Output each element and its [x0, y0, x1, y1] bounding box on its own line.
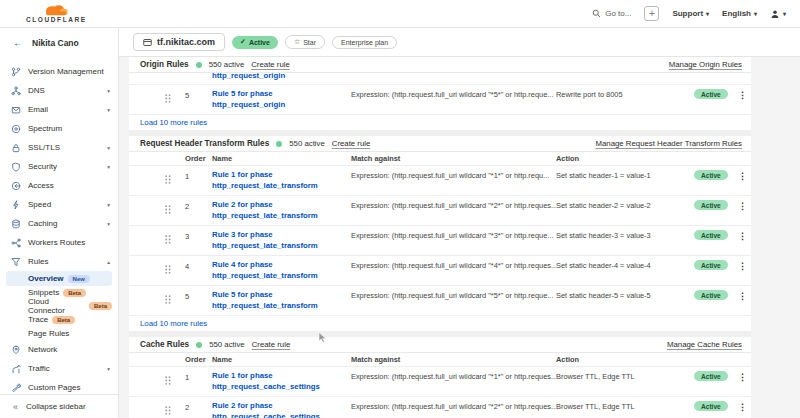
- sidebar-item-cloud-connector[interactable]: Cloud Connector Beta: [6, 300, 112, 314]
- drag-handle[interactable]: [129, 89, 179, 105]
- rule-match: Expression: (http.request.full_uri wildc…: [351, 290, 556, 300]
- kebab-menu-button[interactable]: ⋮: [738, 200, 751, 211]
- chevron-down-icon: ▾: [107, 88, 110, 94]
- manage-request-header-transform-rules-link[interactable]: Manage Request Header Transform Rules: [596, 139, 742, 148]
- rule-name-link[interactable]: Rule 5 for phase http_request_origin: [212, 89, 351, 110]
- status-badge: Active: [694, 170, 728, 180]
- sidebar-item-speed[interactable]: Speed ▾: [0, 195, 118, 214]
- beta-badge: Beta: [52, 316, 75, 324]
- chevron-down-icon: ▾: [754, 10, 757, 17]
- rule-name-link[interactable]: Rule 1 for phase http_request_late_trans…: [212, 170, 351, 191]
- route-icon: [11, 238, 21, 248]
- kebab-menu-button[interactable]: ⋮: [738, 170, 751, 181]
- support-menu[interactable]: Support ▾: [672, 9, 709, 18]
- load-more-rules-link[interactable]: Load 10 more rules: [129, 115, 751, 130]
- column-action: Action: [556, 154, 694, 163]
- zone-header: tf.nikitac.com ✓ Active ☆ Star Enterpris…: [119, 28, 800, 57]
- sidebar-item-workers-routes[interactable]: Workers Routes: [0, 233, 118, 252]
- kebab-menu-button[interactable]: ⋮: [738, 89, 751, 100]
- load-more-rules-link[interactable]: Load 10 more rules: [129, 316, 751, 331]
- sidebar-item-network[interactable]: Network: [0, 340, 118, 359]
- sidebar-item-overview[interactable]: Overview New: [6, 271, 112, 286]
- kebab-menu-button[interactable]: ⋮: [738, 230, 751, 241]
- create-rule-link[interactable]: Create rule: [332, 139, 371, 148]
- rule-name-link[interactable]: Rule 5 for phase http_request_late_trans…: [212, 290, 351, 311]
- sidebar-item-version-management[interactable]: Version Management: [0, 62, 118, 81]
- star-icon: ☆: [294, 38, 300, 46]
- sidebar-item-page-rules[interactable]: Page Rules: [6, 327, 112, 341]
- email-icon: [11, 105, 21, 115]
- logo-wordmark: CLOUDFLARE: [26, 17, 87, 24]
- manage-cache-rules-link[interactable]: Manage Cache Rules: [667, 340, 742, 349]
- user-icon: [770, 9, 780, 19]
- table-row: 3 Rule 3 for phase http_request_late_tra…: [129, 226, 751, 256]
- account-breadcrumb[interactable]: ← Nikita Cano: [0, 28, 118, 57]
- rule-name-link[interactable]: Rule 4 for phase http_request_late_trans…: [212, 260, 351, 281]
- sidebar-item-email[interactable]: Email ▾: [0, 100, 118, 119]
- kebab-menu-button[interactable]: ⋮: [738, 290, 751, 301]
- rule-action: Set static header-3 = value-3: [556, 230, 694, 240]
- sidebar-item-access[interactable]: Access: [0, 176, 118, 195]
- chevron-down-icon: ▾: [706, 10, 709, 17]
- rule-action: Browser TTL, Edge TTL: [556, 401, 694, 411]
- kebab-menu-button[interactable]: ⋮: [738, 260, 751, 271]
- rule-order: 5: [179, 89, 212, 100]
- sidebar-item-rules[interactable]: Rules ▴: [0, 252, 118, 271]
- rule-name-link[interactable]: Rule 3 for phase http_request_late_trans…: [212, 230, 351, 251]
- sidebar-item-caching[interactable]: Caching ▾: [0, 214, 118, 233]
- kebab-menu-button[interactable]: ⋮: [738, 401, 751, 412]
- section-title: Request Header Transform Rules: [140, 139, 269, 148]
- add-button[interactable]: +: [644, 6, 659, 21]
- cache-rules-section: Cache Rules 550 active Create rule Manag…: [129, 337, 751, 418]
- drag-handle[interactable]: [129, 401, 179, 417]
- zone-selector[interactable]: tf.nikitac.com: [133, 33, 225, 51]
- status-badge: Active: [694, 401, 728, 411]
- drag-handle[interactable]: [129, 371, 179, 387]
- rule-order: 1: [179, 170, 212, 181]
- sidebar-item-security[interactable]: Security ▾: [0, 157, 118, 176]
- rule-match: Expression: (http.request.full_uri wildc…: [351, 371, 556, 381]
- rule-name-link[interactable]: Rule 1 for phase http_request_cache_sett…: [212, 371, 351, 392]
- section-title: Origin Rules: [140, 60, 189, 69]
- rule-name-link[interactable]: Rule 2 for phase http_request_cache_sett…: [212, 401, 351, 418]
- drag-handle[interactable]: [129, 230, 179, 246]
- kebab-menu-button[interactable]: ⋮: [738, 371, 751, 382]
- language-menu[interactable]: English ▾: [722, 9, 757, 18]
- collapse-sidebar-button[interactable]: « Collapse sidebar: [0, 394, 118, 418]
- rule-order: 2: [179, 401, 212, 412]
- create-rule-link[interactable]: Create rule: [252, 340, 291, 349]
- table-row: 2 Rule 2 for phase http_request_late_tra…: [129, 196, 751, 226]
- status-dot: [196, 342, 202, 348]
- column-match: Match against: [351, 154, 556, 163]
- sidebar-item-traffic[interactable]: Traffic ▾: [0, 359, 118, 378]
- manage-origin-rules-link[interactable]: Manage Origin Rules: [669, 60, 742, 69]
- create-rule-link[interactable]: Create rule: [251, 60, 290, 69]
- global-search[interactable]: Go to...: [592, 9, 631, 18]
- sidebar-item-ssl-tls[interactable]: SSL/TLS ▾: [0, 138, 118, 157]
- chevron-down-icon: ▾: [107, 366, 110, 372]
- drag-handle[interactable]: [129, 290, 179, 306]
- column-order: Order: [179, 355, 212, 364]
- chevron-down-icon: ▾: [107, 221, 110, 227]
- section-title: Cache Rules: [140, 340, 189, 349]
- site-icon: [143, 38, 152, 47]
- sidebar-item-custom-pages[interactable]: Custom Pages: [0, 378, 118, 394]
- status-dot: [196, 62, 202, 68]
- rule-order: 2: [179, 200, 212, 211]
- drag-handle[interactable]: [129, 170, 179, 186]
- sidebar-item-dns[interactable]: DNS ▾: [0, 81, 118, 100]
- drag-handle[interactable]: [129, 260, 179, 276]
- user-account-menu[interactable]: ▾: [770, 9, 786, 19]
- rule-name-link[interactable]: Rule 2 for phase http_request_late_trans…: [212, 200, 351, 221]
- back-arrow-icon[interactable]: ←: [13, 37, 23, 48]
- chevron-down-icon: ▾: [107, 164, 110, 170]
- rule-action: Rewrite port to 8005: [556, 89, 694, 99]
- lock-icon: [11, 143, 21, 153]
- cloudflare-logo[interactable]: CLOUDFLARE: [26, 4, 87, 24]
- star-button[interactable]: ☆ Star: [285, 35, 325, 49]
- sidebar-item-trace[interactable]: Trace Beta: [6, 313, 112, 327]
- sidebar-item-spectrum[interactable]: Spectrum: [0, 119, 118, 138]
- chevron-down-icon: ▾: [783, 10, 786, 17]
- drag-handle[interactable]: [129, 200, 179, 216]
- table-column-headers: Order Name Match against Action: [129, 152, 751, 166]
